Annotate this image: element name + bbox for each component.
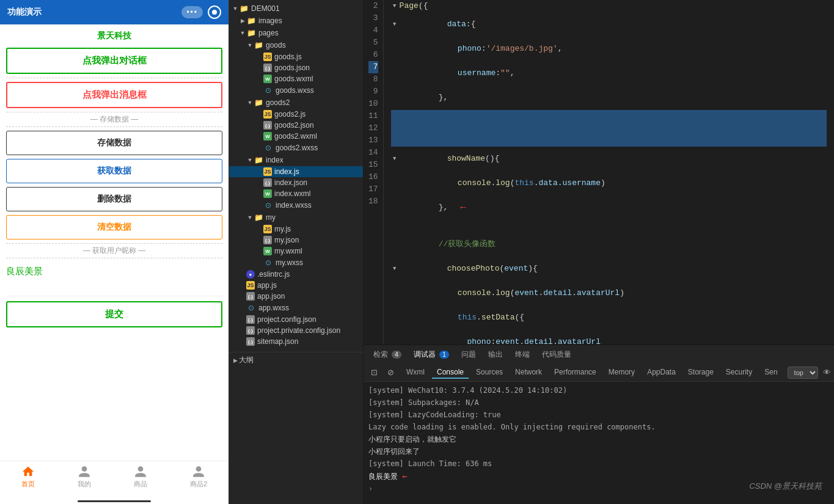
tab-security[interactable]: Security [721,367,757,379]
my-icon [78,465,91,478]
my-label: my [266,213,276,222]
tree-index[interactable]: ▼ 📁 index [229,154,363,166]
tree-eslintrc[interactable]: ● .eslintrc.js [229,269,363,280]
tree-goods-wxss[interactable]: ⊙ goods.wxss [229,84,363,97]
tree-app-wxss[interactable]: ⊙ app.wxss [229,302,363,314]
tree-sitemap[interactable]: {.} sitemap.json [229,336,363,347]
nav-goods-label: 商品 [134,480,147,489]
my-js-icon: JS [263,225,272,233]
tree-footer[interactable]: ▶ 大纲 [229,352,363,367]
delete-button[interactable]: 删除数据 [6,187,222,211]
sitemap-label: sitemap.json [257,337,298,346]
goods-icon [134,465,147,478]
tree-app-json[interactable]: {.} app.json [229,291,363,302]
username-input[interactable] [6,281,222,296]
tree-app-js[interactable]: JS app.js [229,280,363,291]
nav-goods[interactable]: 商品 [134,465,147,495]
tab-jiansu[interactable]: 检索 4 [368,347,406,362]
tree-project-config[interactable]: {.} project.config.json [229,314,363,325]
code-line-12: //获取头像函数 [391,232,827,257]
tab-storage[interactable]: Storage [683,367,719,379]
tab-quality[interactable]: 代码质量 [537,347,576,362]
console-arrow: ← [402,471,407,481]
goods2-js-label: goods2.js [274,110,305,119]
storage-button[interactable]: 存储数据 [6,131,222,155]
tab-network[interactable]: Network [510,367,547,379]
nav-my[interactable]: 我的 [78,465,91,495]
tab-memory[interactable]: Memory [604,367,640,379]
message-button[interactable]: 点我弹出消息框 [6,82,222,108]
tree-pages[interactable]: ▼ 📁 pages [229,27,363,39]
app-js-label: app.js [257,281,277,290]
tree-goods2-wxml[interactable]: W goods2.wxml [229,131,363,142]
code-line-13: ▼ choosePhoto(event){ [391,257,827,281]
index-wxss-icon: ⊙ [263,200,273,210]
tab-performance[interactable]: Performance [549,367,601,379]
tab-appdata[interactable]: AppData [642,367,681,379]
tree-goods-json[interactable]: {.} goods.json [229,62,363,73]
submit-button[interactable]: 提交 [6,301,222,327]
tree-index-json[interactable]: {.} index.json [229,177,363,188]
tree-goods[interactable]: ▼ 📁 goods [229,39,363,51]
get-button[interactable]: 获取数据 [6,159,222,183]
phone-content: 景天科技 点我弹出对话框 点我弹出消息框 存储数据 存储数据 获取数据 删除数据… [0,24,229,461]
tab-output[interactable]: 输出 [483,347,508,362]
tab-debugger[interactable]: 调试器 1 [409,347,454,362]
tree-my-json[interactable]: {.} my.json [229,235,363,246]
index-json-label: index.json [274,178,307,187]
company-name: 景天科技 [6,31,222,42]
tab-issues[interactable]: 问题 [456,347,481,362]
three-dots-button[interactable]: ••• [181,6,203,18]
nav-goods2[interactable]: 商品2 [190,465,207,495]
goods2-label: goods2 [266,98,290,107]
tree-goods2-wxss[interactable]: ⊙ goods2.wxss [229,142,363,154]
pages-label: pages [258,29,279,37]
tree-goods2-json[interactable]: {.} goods2.json [229,120,363,131]
goods2-js-icon: JS [263,110,272,119]
console-toolbar: ⊡ ⊘ Wxml Console Sources Network Perform… [364,363,834,382]
dialog-button[interactable]: 点我弹出对话框 [6,48,222,74]
tab-wxml[interactable]: Wxml [401,367,430,379]
tree-my-js[interactable]: JS my.js [229,224,363,235]
tree-my[interactable]: ▼ 📁 my [229,211,363,224]
tree-root[interactable]: ▼ 📁 DEM001 [229,2,363,15]
line-numbers: 2 3 4 5 6 7 8 9 10 11 12 13 14 15 16 17 … [364,0,384,344]
code-arrow: ← [460,202,466,214]
tab-terminal[interactable]: 终端 [510,347,535,362]
file-panel: ▼ 📁 DEM001 ▶ 📁 images ▼ 📁 pages ▼ 📁 good… [229,0,364,504]
tree-goods-js[interactable]: JS goods.js [229,51,363,62]
folder-icon: 📁 [239,4,249,13]
clear-button[interactable]: 清空数据 [6,215,222,239]
tree-index-wxss[interactable]: ⊙ index.wxss [229,199,363,211]
tree-goods2[interactable]: ▼ 📁 goods2 [229,97,363,109]
tree-goods2-js[interactable]: JS goods2.js [229,109,363,120]
goods-js-icon: JS [263,53,272,61]
tree-index-js[interactable]: JS index.js [229,166,363,177]
code-content: ▼ Page({ ▼ data:{ phono:'/images/b.jpg',… [384,0,834,344]
console-block-btn[interactable]: ⊘ [385,367,397,378]
scope-select[interactable]: top [788,367,818,379]
code-line-2: ▼ Page({ [391,0,827,12]
nav-home[interactable]: 首页 [21,465,35,495]
tree-my-wxss[interactable]: ⊙ my.wxss [229,257,363,269]
target-icon-button[interactable] [208,5,221,19]
goods2-folder-icon: 📁 [254,98,263,108]
app-wxss-label: app.wxss [258,304,289,312]
tree-goods-wxml[interactable]: W goods.wxml [229,73,363,84]
tab-sources[interactable]: Sources [471,367,508,379]
tab-sen[interactable]: Sen [759,367,782,379]
app-json-label: app.json [257,292,285,301]
goods-wxml-label: goods.wxml [274,75,313,83]
code-editor: 2 3 4 5 6 7 8 9 10 11 12 13 14 15 16 17 … [364,0,834,344]
tree-project-private[interactable]: {.} project.private.config.json [229,325,363,336]
project-private-icon: {.} [246,326,255,335]
eye-icon[interactable]: 👁 [823,368,831,377]
phone-nav: 首页 我的 商品 商品2 [0,461,229,497]
tree-my-wxml[interactable]: W my.wxml [229,246,363,257]
jiansu-badge: 4 [392,351,401,359]
tab-console[interactable]: Console [432,367,469,379]
tree-index-wxml[interactable]: W index.wxml [229,188,363,199]
tree-images[interactable]: ▶ 📁 images [229,15,363,27]
console-left-btn[interactable]: ⊡ [368,367,380,378]
console-line-5: 小程序只要启动，就触发它 [368,433,829,445]
